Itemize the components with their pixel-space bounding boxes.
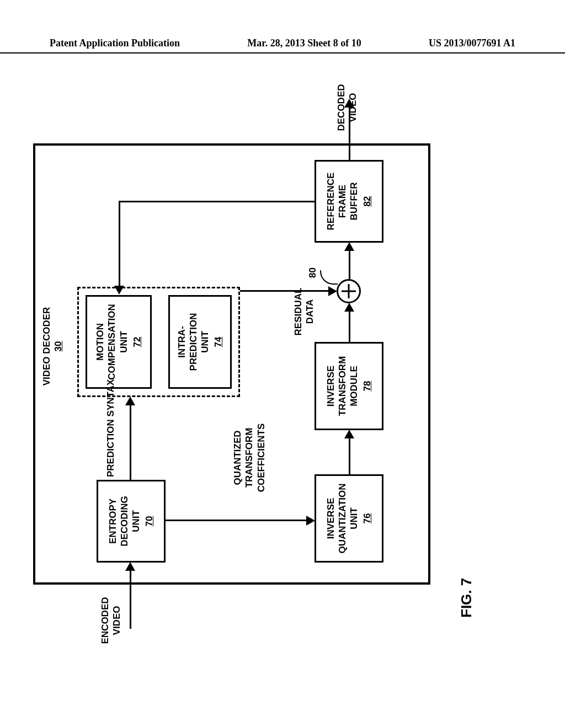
quantized-coeff-label: QUANTIZED TRANSFORM COEFFICIENTS bbox=[232, 416, 267, 499]
motion-compensation-unit: MOTION COMPENSATION UNIT 72 bbox=[86, 295, 152, 389]
header-left: Patent Application Publication bbox=[50, 38, 180, 49]
inverse-quantization-unit: INVERSE QUANTIZATION UNIT 76 bbox=[315, 474, 383, 563]
arrow bbox=[130, 405, 131, 480]
intra-prediction-unit: INTRA- PREDICTION UNIT 74 bbox=[168, 295, 232, 389]
arrow bbox=[166, 520, 306, 521]
input-label: ENCODED VIDEO bbox=[99, 590, 123, 651]
arrow-head bbox=[114, 286, 124, 295]
decoder-title: VIDEO DECODER 30 bbox=[41, 291, 65, 402]
block-diagram: VIDEO DECODER 30 ENCODED VIDEO DECODED V… bbox=[33, 121, 486, 618]
arrow-head bbox=[344, 430, 354, 438]
arrow-head bbox=[306, 516, 315, 526]
arrow bbox=[349, 312, 350, 342]
arrow-head bbox=[125, 397, 135, 405]
arrow-head bbox=[344, 303, 354, 312]
arrow-head bbox=[344, 99, 354, 108]
prediction-syntax-label: PREDICTION SYNTAX bbox=[105, 379, 116, 477]
page-header: Patent Application Publication Mar. 28, … bbox=[0, 38, 565, 53]
arrow bbox=[349, 250, 350, 279]
arrow bbox=[119, 201, 120, 287]
arrow bbox=[240, 290, 329, 292]
sum-ref: 80 bbox=[307, 267, 318, 278]
summation-node bbox=[337, 279, 361, 303]
header-right: US 2013/0077691 A1 bbox=[429, 38, 515, 49]
arrow bbox=[349, 438, 350, 474]
arrow-head bbox=[125, 562, 135, 571]
arrow bbox=[119, 201, 315, 202]
arrow bbox=[349, 108, 350, 160]
arrow-head bbox=[328, 286, 337, 296]
figure-label: FIG. 7 bbox=[458, 578, 475, 618]
reference-frame-buffer: REFERENCE FRAME BUFFER 82 bbox=[315, 160, 383, 243]
header-center: Mar. 28, 2013 Sheet 8 of 10 bbox=[247, 38, 361, 49]
arrow bbox=[130, 571, 131, 629]
arrow-head bbox=[344, 242, 354, 251]
entropy-decoding-unit: ENTROPY DECODING UNIT 70 bbox=[97, 480, 166, 563]
output-label: DECODED VIDEO bbox=[335, 77, 359, 138]
inverse-transform-module: INVERSE TRANSFORM MODULE 78 bbox=[315, 342, 383, 430]
